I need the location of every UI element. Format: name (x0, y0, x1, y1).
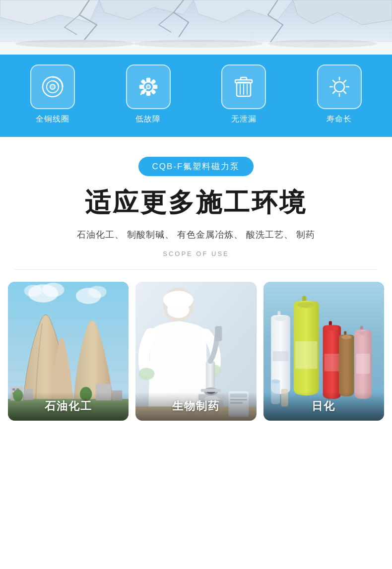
hero-section (0, 0, 392, 55)
divider (15, 269, 377, 270)
svg-point-58 (138, 368, 154, 379)
card-dailychem-title: 日化 (312, 400, 335, 412)
features-section: 全铜线圈 低故障 (0, 55, 392, 137)
svg-point-7 (134, 40, 263, 48)
svg-point-85 (341, 335, 351, 339)
product-description: 石油化工、 制酸制碱、 有色金属冶炼、 酸洗工艺、 制药 (15, 227, 377, 243)
scope-label: SCOPE OF USE (15, 250, 377, 257)
gear-wrench-icon (135, 73, 162, 100)
feature-copper-coil-label: 全铜线圈 (36, 114, 69, 125)
container-icon (230, 73, 257, 100)
svg-rect-15 (147, 92, 150, 95)
svg-line-34 (344, 80, 346, 82)
svg-rect-83 (324, 354, 339, 371)
svg-point-13 (146, 85, 150, 89)
feature-low-fault-label: 低故障 (135, 114, 161, 125)
bottom-spacer (0, 421, 392, 431)
svg-rect-80 (295, 341, 318, 369)
svg-point-82 (326, 325, 337, 330)
feature-long-life: 寿命长 (317, 64, 362, 125)
svg-point-41 (88, 286, 106, 298)
svg-point-90 (271, 379, 280, 383)
svg-point-39 (24, 285, 42, 297)
svg-point-27 (334, 82, 344, 92)
svg-rect-19 (152, 90, 155, 94)
svg-rect-63 (215, 326, 222, 341)
svg-rect-77 (272, 351, 288, 361)
hero-image (0, 0, 392, 55)
svg-point-11 (50, 84, 55, 89)
industry-card-petrochemical: 石油化工 (8, 282, 129, 421)
svg-rect-14 (147, 78, 150, 81)
card-petrochemical-title: 石油化工 (45, 400, 92, 412)
feature-no-leak: 无泄漏 (221, 64, 266, 125)
svg-rect-47 (12, 388, 15, 390)
svg-rect-18 (141, 80, 145, 83)
svg-point-79 (297, 302, 315, 308)
product-badge: CQB-F氟塑料磁力泵 (138, 157, 254, 176)
industry-card-biopharma: 生物制药 (135, 282, 256, 421)
svg-point-8 (268, 40, 377, 48)
no-leak-icon-box (221, 64, 266, 109)
industry-card-dailychem: 日化 (263, 282, 384, 421)
card-biopharma-overlay: 生物制药 (135, 392, 256, 421)
svg-point-87 (357, 331, 368, 335)
sun-icon (326, 73, 353, 100)
feature-copper-coil: 全铜线圈 (30, 64, 75, 125)
svg-rect-23 (235, 80, 252, 83)
copper-coil-icon-box (30, 64, 75, 109)
svg-point-76 (274, 316, 287, 321)
feature-long-life-label: 寿命长 (327, 114, 352, 125)
card-petrochemical-overlay: 石油化工 (8, 392, 129, 421)
svg-point-57 (163, 291, 194, 309)
svg-line-35 (333, 91, 335, 93)
product-main-title: 适应更多施工环境 (15, 187, 377, 218)
feature-no-leak-label: 无泄漏 (231, 114, 257, 125)
svg-rect-17 (154, 85, 157, 88)
feature-low-fault: 低故障 (126, 64, 171, 125)
long-life-icon-box (317, 64, 362, 109)
svg-point-6 (15, 40, 134, 48)
product-section: CQB-F氟塑料磁力泵 适应更多施工环境 石油化工、 制酸制碱、 有色金属冶炼、… (0, 137, 392, 270)
low-fault-icon-box (126, 64, 171, 109)
svg-rect-20 (152, 80, 155, 83)
svg-rect-88 (356, 354, 370, 374)
industry-cards: 石油化工 (0, 282, 392, 421)
card-dailychem-overlay: 日化 (263, 392, 384, 421)
svg-rect-16 (140, 85, 143, 88)
svg-point-38 (42, 283, 65, 297)
svg-line-32 (333, 80, 335, 82)
coil-icon (39, 73, 66, 100)
card-biopharma-title: 生物制药 (172, 400, 220, 412)
svg-line-33 (344, 91, 346, 93)
